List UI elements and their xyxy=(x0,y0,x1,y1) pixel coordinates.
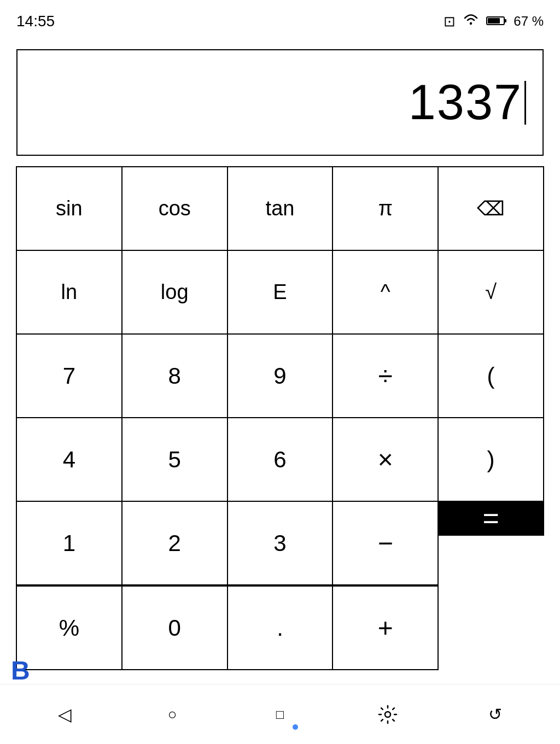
back-button[interactable]: ◁ xyxy=(45,698,84,731)
recents-button[interactable]: □ xyxy=(261,698,299,731)
battery-icon xyxy=(486,13,507,30)
lparen-button[interactable]: ( xyxy=(438,333,544,418)
2-button[interactable]: 2 xyxy=(121,501,228,585)
8-button[interactable]: 8 xyxy=(121,333,228,418)
button-grid: sin cos tan π ⌫ ln log E ^ √ 7 8 9 ÷ ( 4… xyxy=(16,167,544,671)
divide-button[interactable]: ÷ xyxy=(332,333,439,418)
pow-button[interactable]: ^ xyxy=(332,250,439,335)
wifi-icon xyxy=(462,13,480,30)
log-button[interactable]: log xyxy=(121,250,228,335)
row-log: ln log E ^ √ xyxy=(16,250,544,334)
display-value: 1337 xyxy=(409,74,522,131)
cursor xyxy=(524,81,526,125)
battery-percentage: 67 % xyxy=(514,14,544,29)
subtract-button[interactable]: − xyxy=(332,501,439,585)
dot-button[interactable]: . xyxy=(227,585,334,670)
bottom-logo: B xyxy=(11,658,30,684)
calculator-display: 1337 xyxy=(16,49,544,156)
sin-button[interactable]: sin xyxy=(16,166,122,251)
6-button[interactable]: 6 xyxy=(227,417,334,502)
cos-button[interactable]: cos xyxy=(121,166,228,251)
row-last: 1 2 3 − % 0 . + = xyxy=(16,501,544,671)
svg-point-4 xyxy=(385,712,390,717)
status-bar: 14:55 ⊡ 67 % xyxy=(0,0,560,38)
5-button[interactable]: 5 xyxy=(121,417,228,502)
7-button[interactable]: 7 xyxy=(16,333,122,418)
pi-button[interactable]: π xyxy=(332,166,439,251)
sqrt-button[interactable]: √ xyxy=(438,250,544,335)
row-789: 7 8 9 ÷ ( xyxy=(16,334,544,418)
E-button[interactable]: E xyxy=(227,250,334,335)
tan-button[interactable]: tan xyxy=(227,166,334,251)
ln-button[interactable]: ln xyxy=(16,250,122,335)
rparen-button[interactable]: ) xyxy=(438,417,544,502)
svg-rect-2 xyxy=(504,19,506,22)
refresh-button[interactable]: ↺ xyxy=(476,698,515,731)
percent-button[interactable]: % xyxy=(16,585,122,670)
backspace-button[interactable]: ⌫ xyxy=(438,166,544,251)
home-button[interactable]: ○ xyxy=(153,698,191,731)
9-button[interactable]: 9 xyxy=(227,333,334,418)
0-button[interactable]: 0 xyxy=(121,585,228,670)
4-button[interactable]: 4 xyxy=(16,417,122,502)
row-trig: sin cos tan π ⌫ xyxy=(16,167,544,250)
bottom-navigation: ◁ ○ □ ↺ xyxy=(0,684,560,744)
3-button[interactable]: 3 xyxy=(227,501,334,585)
status-time: 14:55 xyxy=(16,13,55,30)
row-456: 4 5 6 × ) xyxy=(16,418,544,501)
1-button[interactable]: 1 xyxy=(16,501,122,585)
settings-button[interactable] xyxy=(369,698,407,731)
svg-point-0 xyxy=(470,22,472,24)
screenshot-icon: ⊡ xyxy=(444,13,456,30)
add-button[interactable]: + xyxy=(332,585,439,670)
multiply-button[interactable]: × xyxy=(332,417,439,502)
svg-rect-3 xyxy=(488,18,500,24)
status-icons: ⊡ 67 % xyxy=(444,13,544,30)
equals-button[interactable]: = xyxy=(438,501,544,536)
